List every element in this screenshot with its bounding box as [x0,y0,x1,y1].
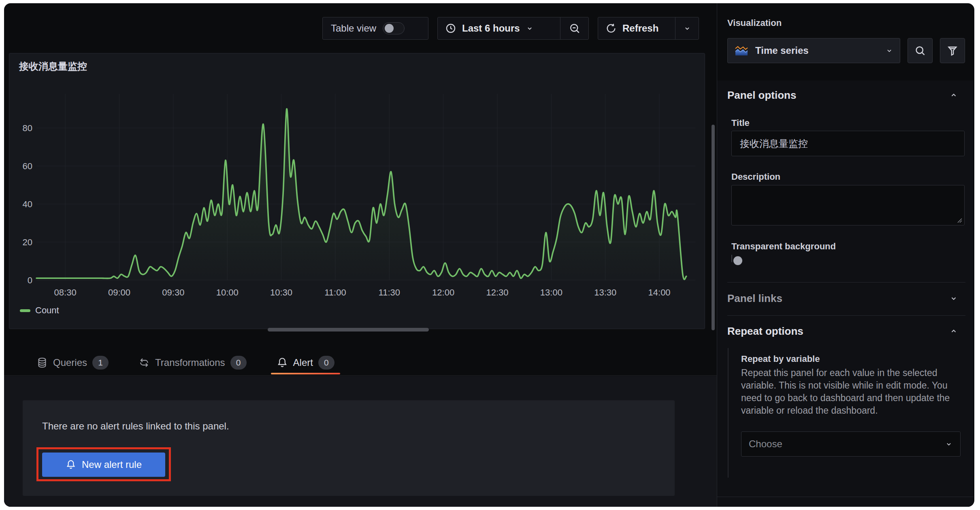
grafana-edit-window: Table view Last 6 hours Refresh [4,3,974,507]
zoom-out-icon [569,22,581,34]
panel-options-heading: Panel options [727,89,796,102]
chart-legend[interactable]: Count [20,305,59,316]
svg-text:14:00: 14:00 [648,287,671,298]
repeat-group-indent [728,348,729,478]
tab-queries[interactable]: Queries 1 [31,350,114,375]
bell-icon [66,459,76,470]
transform-icon [138,357,150,368]
timeseries-viz-icon [734,45,749,56]
description-textarea[interactable] [731,185,965,225]
new-alert-rule-button[interactable]: New alert rule [42,453,165,477]
horizontal-scrollbar[interactable] [268,328,429,332]
repeat-variable-placeholder: Choose [749,438,782,450]
chevron-down-icon [885,47,893,55]
title-field-wrap [731,131,965,156]
search-icon [914,45,926,57]
repeat-options-heading[interactable]: Repeat options [727,325,803,338]
vertical-scrollbar[interactable] [712,125,715,330]
chevron-down-icon [945,440,953,448]
refresh-interval-button[interactable] [675,24,699,32]
svg-text:60: 60 [23,161,32,171]
table-view-label: Table view [331,23,376,34]
svg-text:20: 20 [23,237,32,247]
refresh-label: Refresh [622,23,658,34]
database-icon [36,357,48,368]
visualization-value: Time series [755,45,879,56]
tab-label: Transformations [155,357,225,368]
no-alert-rules-box: There are no alert rules linked to this … [23,400,675,496]
legend-series-swatch [20,309,30,312]
new-alert-rule-label: New alert rule [82,459,142,470]
tab-label: Queries [53,357,87,368]
chevron-down-icon [683,24,691,32]
svg-text:0: 0 [28,275,32,285]
tab-alert[interactable]: Alert 0 [271,350,340,375]
filter-icon [946,45,959,57]
clock-icon [445,23,456,34]
time-range-label: Last 6 hours [462,23,520,34]
time-picker-button[interactable]: Last 6 hours [438,23,560,34]
tab-count-badge: 0 [318,356,334,370]
alert-tab-content: There are no alert rules linked to this … [4,376,717,507]
screenshot-stage: Table view Last 6 hours Refresh [0,0,980,510]
visualization-label: Visualization [727,18,782,28]
refresh-button[interactable]: Refresh [598,23,675,34]
svg-text:12:00: 12:00 [432,287,454,298]
svg-text:13:00: 13:00 [540,287,562,298]
refresh-group: Refresh [598,17,699,40]
svg-text:09:30: 09:30 [162,287,184,298]
bell-icon [277,357,288,368]
svg-text:11:00: 11:00 [324,287,346,298]
svg-text:09:00: 09:00 [108,287,130,298]
chevron-down-icon[interactable] [949,294,958,303]
svg-text:13:30: 13:30 [594,287,616,298]
timeseries-chart[interactable]: 02040608008:3009:0009:3010:0010:3011:001… [9,53,705,329]
no-alert-rules-message: There are no alert rules linked to this … [42,421,229,432]
title-input[interactable] [732,131,964,156]
search-visualization-button[interactable] [908,38,933,63]
timeseries-panel: 接收消息量监控 02040608008:3009:0009:3010:0010:… [9,53,705,329]
tab-transformations[interactable]: Transformations 0 [133,350,252,375]
table-view-toggle[interactable] [383,22,405,34]
editor-tabbar: Queries 1 Transformations 0 Alert 0 [4,350,717,376]
resize-handle-icon[interactable] [956,217,963,223]
chart-series-count [36,109,686,280]
chevron-down-icon [526,24,534,32]
title-field-label: Title [731,118,750,128]
visualization-select[interactable]: Time series [727,38,900,63]
repeat-by-variable-label: Repeat by variable [741,354,820,364]
tab-label: Alert [293,357,313,368]
transparent-background-label: Transparent background [731,241,836,252]
svg-text:12:30: 12:30 [486,287,508,298]
svg-text:80: 80 [23,123,32,133]
annotation-highlight-box: New alert rule [36,447,171,481]
chevron-up-icon[interactable] [949,91,958,100]
table-view-control: Table view [322,17,428,40]
svg-text:08:30: 08:30 [54,287,77,298]
svg-text:11:30: 11:30 [379,287,400,298]
refresh-icon [605,23,617,34]
tab-count-badge: 1 [92,356,109,370]
time-picker-group: Last 6 hours [437,17,589,40]
repeat-by-variable-help: Repeat this panel for each value in the … [741,367,958,417]
svg-text:10:00: 10:00 [216,287,239,298]
transparent-background-toggle[interactable] [731,255,732,262]
legend-series-label: Count [35,305,59,316]
zoom-out-time-button[interactable] [560,22,588,34]
chevron-up-icon[interactable] [949,327,958,336]
filter-visualization-button[interactable] [940,38,965,63]
panel-links-heading[interactable]: Panel links [727,292,782,305]
repeat-variable-select[interactable]: Choose [741,431,961,457]
description-field-label: Description [731,172,780,182]
svg-text:40: 40 [23,199,32,209]
tab-count-badge: 0 [230,356,247,370]
svg-text:10:30: 10:30 [270,287,292,298]
